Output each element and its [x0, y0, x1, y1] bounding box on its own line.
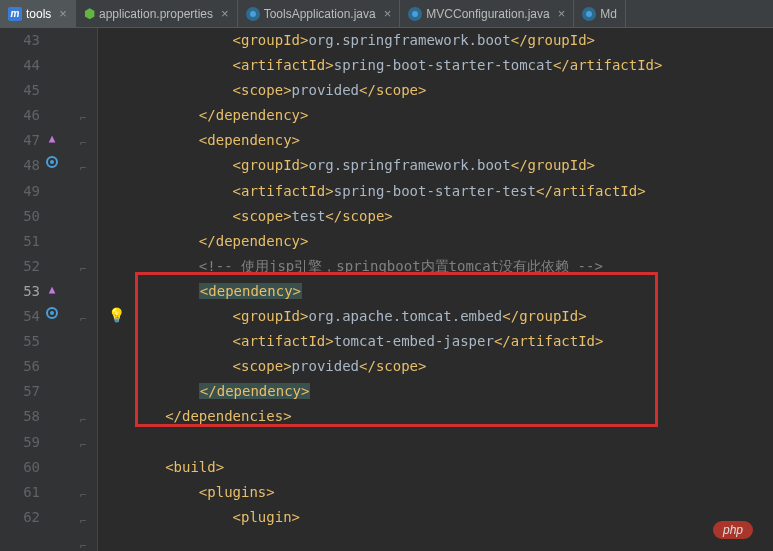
- line-number: 58: [0, 404, 40, 429]
- tab-mvc-configuration[interactable]: MVCConfiguration.java ×: [400, 0, 574, 27]
- editor-tabs: m tools × ⬢ application.properties × Too…: [0, 0, 773, 28]
- close-icon[interactable]: ×: [221, 6, 229, 21]
- code-line[interactable]: <scope>provided</scope>: [64, 78, 773, 103]
- watermark-badge: php: [713, 521, 753, 539]
- code-line[interactable]: <!-- 使用jsp引擎，springboot内置tomcat没有此依赖 -->: [64, 254, 773, 279]
- close-icon[interactable]: ×: [558, 6, 566, 21]
- fold-end-icon[interactable]: ⌐: [80, 257, 87, 282]
- line-number: 46: [0, 103, 40, 128]
- line-number: 54: [0, 304, 40, 329]
- line-number: 55: [0, 329, 40, 354]
- tab-md[interactable]: Md: [574, 0, 626, 27]
- code-line[interactable]: <dependency>: [64, 279, 773, 304]
- line-number: 62: [0, 505, 40, 530]
- code-line[interactable]: <scope>test</scope>: [64, 204, 773, 229]
- fold-end-icon[interactable]: ⌐: [80, 106, 87, 131]
- code-line[interactable]: <scope>provided</scope>: [64, 354, 773, 379]
- line-number: 59: [0, 430, 40, 455]
- fold-start-icon[interactable]: ⌐: [80, 483, 87, 508]
- fold-end-icon[interactable]: ⌐: [80, 408, 87, 433]
- line-number: 52: [0, 254, 40, 279]
- line-number: 45: [0, 78, 40, 103]
- maven-icon: m: [8, 7, 22, 21]
- code-line[interactable]: <plugin>: [64, 505, 773, 530]
- fold-start-icon[interactable]: ⌐: [80, 509, 87, 534]
- tab-label: application.properties: [99, 7, 213, 21]
- line-number: 53: [0, 279, 40, 304]
- line-number: 48: [0, 153, 40, 178]
- code-line[interactable]: <groupId>org.springframework.boot</group…: [64, 153, 773, 178]
- code-area[interactable]: <groupId>org.springframework.boot</group…: [58, 28, 773, 551]
- code-line[interactable]: <groupId>org.apache.tomcat.embed</groupI…: [64, 304, 773, 329]
- tab-application-properties[interactable]: ⬢ application.properties ×: [76, 0, 238, 27]
- intention-bulb-icon[interactable]: 💡: [108, 307, 125, 323]
- code-line[interactable]: <artifactId>spring-boot-starter-test</ar…: [64, 179, 773, 204]
- close-icon[interactable]: ×: [59, 6, 67, 21]
- leaf-icon: ⬢: [84, 6, 95, 21]
- java-class-icon: [582, 7, 596, 21]
- close-icon[interactable]: ×: [384, 6, 392, 21]
- code-line[interactable]: <artifactId>tomcat-embed-jasper</artifac…: [64, 329, 773, 354]
- code-line[interactable]: </dependency>: [64, 379, 773, 404]
- fold-start-icon[interactable]: ⌐: [80, 307, 87, 332]
- fold-start-icon[interactable]: ⌐: [80, 156, 87, 181]
- override-up-icon[interactable]: ▲: [45, 132, 59, 145]
- line-number: 60: [0, 455, 40, 480]
- tab-tools-application[interactable]: ToolsApplication.java ×: [238, 0, 401, 27]
- code-line[interactable]: <groupId>org.springframework.boot</group…: [64, 28, 773, 53]
- code-line[interactable]: </dependency>: [64, 103, 773, 128]
- code-line[interactable]: <plugins>: [64, 480, 773, 505]
- java-class-icon: [246, 7, 260, 21]
- code-line[interactable]: <dependency>: [64, 128, 773, 153]
- line-number: 49: [0, 179, 40, 204]
- tab-label: Md: [600, 7, 617, 21]
- line-number: 47: [0, 128, 40, 153]
- code-line[interactable]: <artifactId>spring-boot-starter-tomcat</…: [64, 53, 773, 78]
- code-line[interactable]: </dependency>: [64, 229, 773, 254]
- line-number: 51: [0, 229, 40, 254]
- line-number: 61: [0, 480, 40, 505]
- fold-end-icon[interactable]: ⌐: [80, 131, 87, 156]
- fold-end-icon[interactable]: ⌐: [80, 433, 87, 458]
- code-line[interactable]: [64, 430, 773, 455]
- code-line[interactable]: <build>: [64, 455, 773, 480]
- line-number: 43: [0, 28, 40, 53]
- code-line[interactable]: </dependencies>: [64, 404, 773, 429]
- fold-start-icon[interactable]: ⌐: [80, 534, 87, 551]
- java-class-icon: [408, 7, 422, 21]
- line-number: 44: [0, 53, 40, 78]
- code-editor[interactable]: 4344454647484950515253545556575859606162…: [0, 28, 773, 551]
- override-up-icon[interactable]: ▲: [45, 283, 59, 296]
- tab-label: ToolsApplication.java: [264, 7, 376, 21]
- tab-tools[interactable]: m tools ×: [0, 0, 76, 27]
- tab-label: MVCConfiguration.java: [426, 7, 549, 21]
- line-number: 50: [0, 204, 40, 229]
- implementing-icon[interactable]: [45, 307, 59, 319]
- line-number: 56: [0, 354, 40, 379]
- line-number: 57: [0, 379, 40, 404]
- implementing-icon[interactable]: [45, 156, 59, 168]
- tab-label: tools: [26, 7, 51, 21]
